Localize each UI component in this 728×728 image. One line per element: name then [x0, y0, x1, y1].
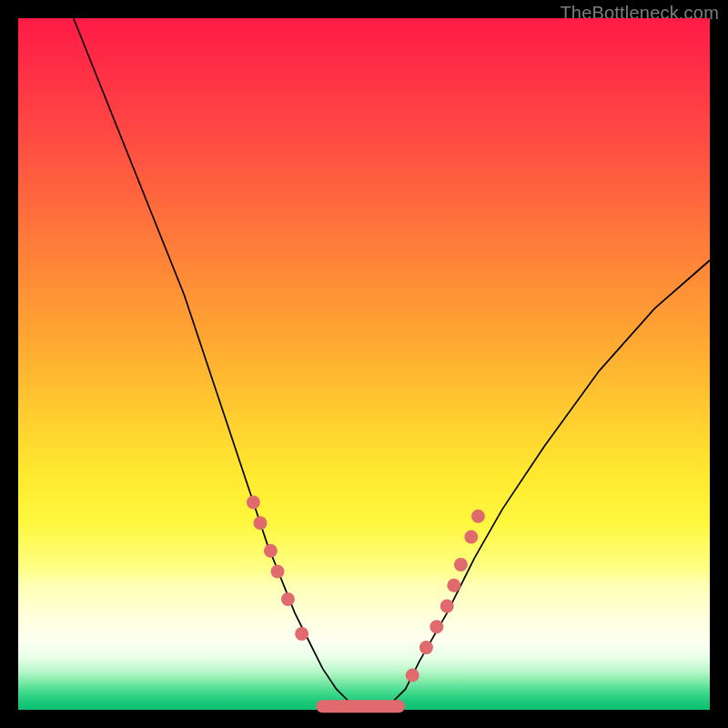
- highlight-dot: [471, 510, 485, 523]
- chart-stage: TheBottleneck.com: [0, 0, 728, 728]
- highlight-dot: [295, 627, 308, 641]
- chart-svg: [18, 18, 710, 710]
- highlight-dot: [247, 496, 260, 510]
- highlight-dot: [271, 565, 285, 579]
- highlight-dot: [254, 516, 268, 530]
- highlight-dot: [447, 579, 460, 592]
- highlight-dot: [281, 592, 295, 606]
- highlight-dot: [454, 558, 468, 571]
- bottleneck-curve: [74, 18, 710, 710]
- highlight-dots-right: [406, 510, 485, 682]
- highlight-dot: [406, 669, 420, 682]
- plot-area: [18, 18, 710, 710]
- highlight-dots-left: [247, 496, 308, 641]
- highlight-dot: [430, 620, 443, 633]
- highlight-dot: [440, 600, 454, 613]
- highlight-dot: [264, 544, 278, 558]
- highlight-dot: [420, 641, 433, 654]
- highlight-dot: [464, 531, 478, 544]
